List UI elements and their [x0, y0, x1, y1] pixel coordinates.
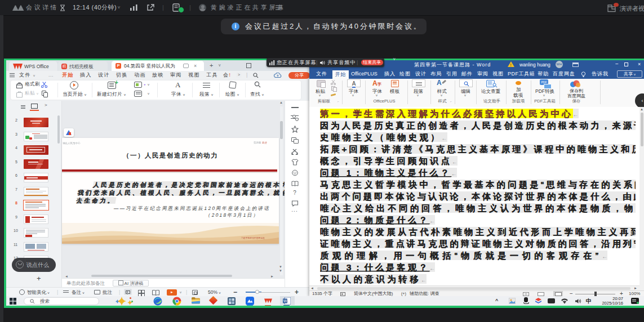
svg-text:W: W — [283, 299, 287, 303]
